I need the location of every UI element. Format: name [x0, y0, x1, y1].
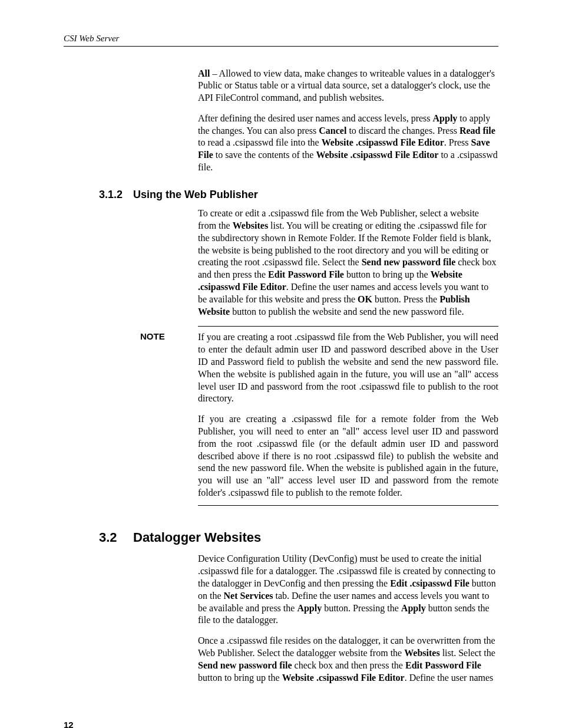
page-number: 12	[64, 719, 498, 728]
text: to save the contents of the	[213, 150, 316, 160]
text: to read a .csipasswd file into the	[198, 137, 322, 147]
heading-title: Using the Web Publisher	[133, 189, 258, 200]
text: . Define the user names	[405, 673, 494, 683]
text: . Press	[444, 137, 471, 147]
bold-editor2: Website .csipasswd File Editor	[316, 150, 438, 160]
text: check box and then press the	[292, 660, 405, 670]
paragraph-after: After defining the desired user names an…	[198, 113, 498, 174]
heading-title: Datalogger Websites	[133, 530, 261, 545]
text: to discard the changes. Press	[346, 126, 459, 136]
bold-websites: Websites	[233, 220, 268, 230]
text: button. Press the	[372, 294, 439, 304]
paragraph-dw2: Once a .csipasswd file resides on the da…	[198, 635, 498, 684]
heading-number: 3.1.2	[99, 188, 133, 202]
text: button to bring up the	[198, 673, 282, 683]
paragraph-dw1: Device Configuration Utility (DevConfig)…	[198, 553, 498, 627]
bold-edit-pwd: Edit Password File	[268, 269, 344, 279]
note-label: NOTE	[140, 331, 165, 342]
note-paragraph-1: If you are creating a root .csipasswd fi…	[198, 331, 498, 405]
page: CSI Web Server All – Allowed to view dat…	[0, 0, 562, 728]
bold-websites: Websites	[404, 648, 439, 658]
heading-3-1-2: 3.1.2Using the Web Publisher	[99, 188, 498, 202]
text: After defining the desired user names an…	[198, 113, 433, 123]
bold-cancel: Cancel	[319, 126, 346, 136]
running-header: CSI Web Server	[64, 33, 498, 47]
paragraph-web-publisher: To create or edit a .csipasswd file from…	[198, 207, 498, 318]
bold-edit-file: Edit .csipasswd File	[390, 578, 470, 588]
bold-editor: Website .csipasswd File Editor	[282, 673, 405, 683]
bold-read-file: Read file	[459, 126, 495, 136]
bold-send-new: Send new password file	[198, 660, 292, 670]
bold-edit-pwd: Edit Password File	[405, 660, 481, 670]
paragraph-all: All – Allowed to view data, make changes…	[198, 68, 498, 104]
text: list. Select the	[440, 648, 495, 658]
text: – Allowed to view data, make changes to …	[198, 68, 495, 103]
heading-3-2: 3.2Datalogger Websites	[99, 529, 498, 546]
text: button to bring up the	[344, 269, 431, 279]
bold-ok: OK	[358, 294, 372, 304]
heading-number: 3.2	[99, 529, 133, 546]
bold-send-new: Send new password file	[362, 257, 456, 267]
bold-all: All	[198, 68, 210, 78]
bold-net-services: Net Services	[224, 591, 273, 601]
note-block: If you are creating a root .csipasswd fi…	[198, 326, 498, 505]
note-paragraph-2: If you are creating a .csipasswd file fo…	[198, 413, 498, 499]
body-column: To create or edit a .csipasswd file from…	[198, 207, 498, 318]
body-column: Device Configuration Utility (DevConfig)…	[198, 553, 498, 684]
text: button. Pressing the	[322, 603, 401, 613]
bold-apply: Apply	[433, 113, 458, 123]
bold-apply2: Apply	[401, 603, 426, 613]
bold-apply: Apply	[297, 603, 322, 613]
bold-editor: Website .csipasswd File Editor	[322, 137, 444, 147]
text: button to publish the website and send t…	[230, 307, 464, 317]
body-column: All – Allowed to view data, make changes…	[198, 68, 498, 174]
